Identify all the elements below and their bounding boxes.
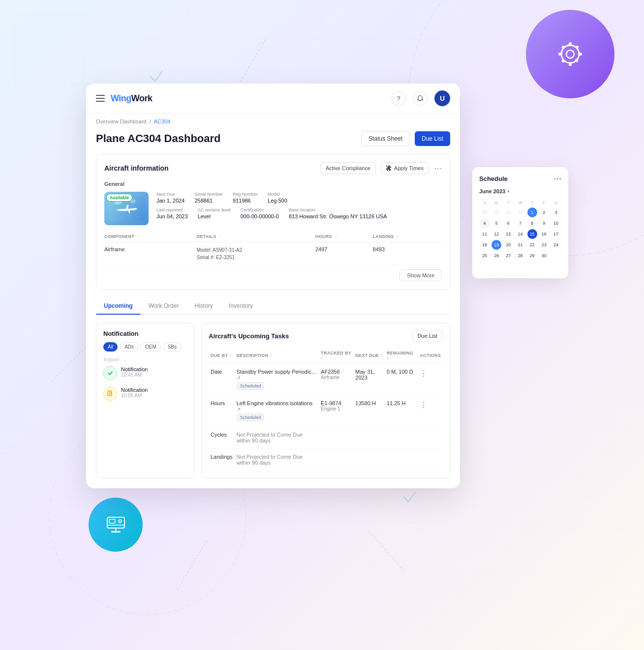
cal-day[interactable]: 29	[527, 251, 537, 261]
filter-ads[interactable]: ADs	[120, 342, 138, 352]
task-description: Not Projected to Come Due within 90 days	[235, 427, 319, 449]
show-more-button[interactable]: Show More	[399, 269, 442, 281]
cal-day[interactable]: 7	[515, 218, 525, 228]
cal-day[interactable]: 12	[491, 229, 501, 239]
cal-day[interactable]: 2	[539, 207, 549, 217]
month-selector[interactable]: June 2023 ▾	[479, 188, 561, 194]
sort-remaining-icon[interactable]: ↑	[387, 355, 389, 360]
cal-day[interactable]: 18	[480, 240, 490, 250]
col-due-by[interactable]: DUE BY ↑	[209, 348, 235, 364]
serial-number-field: Serial Number 258861	[195, 192, 223, 204]
cal-day[interactable]: 22	[527, 240, 537, 250]
cal-day[interactable]: 23	[539, 240, 549, 250]
col-tracked-by[interactable]: TRACKED BY ↑	[319, 348, 353, 364]
task-more-icon[interactable]: ⋮	[420, 401, 428, 409]
tasks-due-list-button[interactable]: Due List	[412, 330, 443, 342]
col-details[interactable]: DETAILS ↑	[197, 231, 315, 242]
status-sheet-button[interactable]: Status Sheet	[361, 131, 410, 146]
schedule-title: Schedule ⋯	[479, 174, 561, 183]
sort-description-icon[interactable]: ↑	[270, 353, 272, 358]
cal-day[interactable]: 15	[527, 229, 537, 239]
active-compliance-button[interactable]: Active Compliance	[320, 162, 376, 174]
cal-day[interactable]: 14	[515, 229, 525, 239]
due-list-button[interactable]: Due List	[415, 131, 450, 146]
tab-inventory[interactable]: Inventory	[221, 297, 261, 314]
cal-day[interactable]: 16	[539, 229, 549, 239]
cal-day[interactable]: 28	[480, 207, 490, 217]
cal-day[interactable]	[503, 262, 513, 271]
breadcrumb-parent[interactable]: Overview Dashboard	[96, 118, 147, 124]
schedule-more-icon[interactable]: ⋯	[553, 174, 561, 183]
cal-day[interactable]: 10	[551, 218, 561, 228]
cal-day[interactable]: 30	[539, 251, 549, 261]
hamburger-menu[interactable]	[96, 95, 105, 102]
col-hours[interactable]: HOURS ↑	[315, 231, 373, 242]
cal-day[interactable]: 26	[491, 251, 501, 261]
last-reported-field: Last reported Jun 04, 2023	[156, 207, 188, 219]
task-next-due	[353, 449, 385, 471]
cal-day[interactable]	[551, 251, 561, 261]
sort-landing-icon[interactable]: ↑	[397, 234, 399, 239]
svg-rect-17	[561, 59, 565, 63]
col-remaining[interactable]: REMAINING ↑	[385, 348, 418, 364]
col-landing[interactable]: LANDING ↑	[373, 231, 442, 242]
cal-day[interactable]: 20	[503, 240, 513, 250]
cal-day[interactable]	[491, 262, 501, 271]
reg-number-field: Reg Number 911986	[233, 192, 258, 204]
general-label: General	[104, 181, 442, 187]
cal-day[interactable]: 19	[491, 240, 501, 250]
cal-day[interactable]: 31	[515, 207, 525, 217]
sort-component-icon[interactable]: ↑	[137, 234, 140, 239]
cal-day[interactable]: 29	[491, 207, 501, 217]
sort-tracked-by-icon[interactable]: ↑	[321, 355, 323, 360]
next-due-field: Next Due Jan 1, 2024	[156, 192, 185, 204]
tab-upcoming[interactable]: Upcoming	[96, 297, 141, 314]
cal-day[interactable]: 24	[551, 240, 561, 250]
sort-details-icon[interactable]: ↑	[219, 234, 221, 239]
apply-times-button[interactable]: Apply Times	[381, 162, 429, 174]
cal-day[interactable]: 11	[480, 229, 490, 239]
filter-all[interactable]: All	[103, 342, 118, 352]
tab-work-order[interactable]: Work Order	[141, 297, 187, 314]
task-more-icon[interactable]: ⋮	[420, 369, 428, 378]
cal-day[interactable]: 27	[503, 251, 513, 261]
cal-day[interactable]: 5	[491, 218, 501, 228]
cal-day[interactable]: 4	[480, 218, 490, 228]
help-button[interactable]: ?	[391, 91, 406, 106]
cal-day[interactable]: 1	[527, 207, 537, 217]
breadcrumb-current[interactable]: AC304	[154, 118, 171, 124]
cal-day[interactable]	[539, 262, 549, 271]
cal-day[interactable]	[527, 262, 537, 271]
cal-day[interactable]: 13	[503, 229, 513, 239]
cal-day[interactable]: 6	[503, 218, 513, 228]
col-component[interactable]: COMPONENT ↑	[104, 231, 197, 242]
cal-day[interactable]: 25	[480, 251, 490, 261]
user-avatar-button[interactable]: U	[434, 90, 450, 106]
tab-history[interactable]: History	[186, 297, 220, 314]
decorative-gear-circle	[526, 10, 614, 98]
sort-due-by-icon[interactable]: ↑	[229, 353, 232, 358]
col-next-due[interactable]: NEXT DUE ↑	[353, 348, 385, 364]
filter-sbs[interactable]: SBs	[163, 342, 181, 352]
cal-day[interactable]	[515, 262, 525, 271]
cal-day[interactable]	[480, 262, 490, 271]
cal-day[interactable]: 9	[539, 218, 549, 228]
cal-day[interactable]: 30	[503, 207, 513, 217]
cal-day[interactable]: 8	[527, 218, 537, 228]
cal-day[interactable]: 3	[551, 207, 561, 217]
more-options-icon[interactable]: ⋯	[434, 164, 442, 173]
sort-next-due-icon[interactable]: ↑	[380, 353, 383, 358]
month-dropdown-icon[interactable]: ▾	[507, 189, 510, 194]
svg-point-10	[566, 50, 574, 58]
sort-hours-icon[interactable]: ↑	[335, 234, 337, 239]
notification-bell-button[interactable]	[413, 91, 428, 106]
filter-oem[interactable]: OEM	[141, 342, 161, 352]
cal-day[interactable]: 17	[551, 229, 561, 239]
task-actions: ⋮	[418, 364, 443, 395]
col-description[interactable]: DESCRIPTION ↑	[235, 348, 319, 364]
cal-day[interactable]: 21	[515, 240, 525, 250]
cal-day[interactable]	[551, 262, 561, 271]
cal-day[interactable]: 28	[515, 251, 525, 261]
task-actions	[418, 449, 443, 471]
task-due-by: Landings	[209, 449, 235, 471]
